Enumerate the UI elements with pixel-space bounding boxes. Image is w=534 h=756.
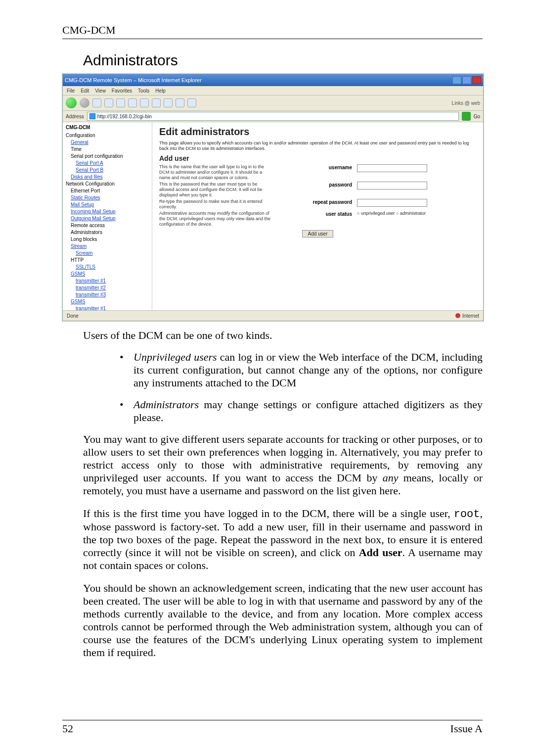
sidebar-link[interactable]: transmitter #2 <box>76 284 149 291</box>
sidebar-item: Network Configuration <box>66 181 149 188</box>
paragraph: You should be shown an acknowledgement s… <box>83 582 483 659</box>
sidebar-link[interactable]: GSMS <box>71 271 149 278</box>
mail-icon[interactable] <box>164 98 173 107</box>
sidebar-link[interactable]: Outgoing Mail Setup <box>71 215 149 222</box>
sidebar-link[interactable]: GSMS <box>71 298 149 305</box>
field-desc: This is the name that the user will type… <box>159 164 273 181</box>
repeat-password-input[interactable] <box>357 199 427 207</box>
sidebar-item-current: Administrators <box>71 229 149 236</box>
field-desc: Administrative accounts may modify the c… <box>159 211 273 227</box>
username-input[interactable] <box>357 164 427 172</box>
address-input[interactable]: http://192.168.0.2/cgi-bin <box>87 112 459 121</box>
forward-icon[interactable] <box>80 98 89 108</box>
page-heading: Edit administrators <box>159 126 476 138</box>
sidebar-item: Serial port configuration <box>71 153 149 160</box>
toolbar-links: Links @ web <box>452 100 480 106</box>
menu-item[interactable]: View <box>95 88 106 94</box>
menu-item[interactable]: Edit <box>81 88 89 94</box>
main-panel: Edit administrators This page allows you… <box>152 122 483 312</box>
menu-item[interactable]: File <box>67 88 75 94</box>
bullet-item: Administrators may change settings or co… <box>120 398 483 424</box>
back-icon[interactable] <box>66 97 77 108</box>
window-titlebar: CMG-DCM Remote System – Microsoft Intern… <box>63 74 483 86</box>
browser-screenshot: CMG-DCM Remote System – Microsoft Intern… <box>62 74 484 321</box>
field-label: repeat password <box>278 199 352 205</box>
issue-label: Issue A <box>450 722 483 735</box>
sidebar-link[interactable]: Serial Port B <box>76 167 149 174</box>
go-button[interactable] <box>462 112 471 121</box>
home-icon[interactable] <box>116 98 125 107</box>
sidebar-link[interactable]: Incoming Mail Setup <box>71 208 149 215</box>
field-desc: Re-type the password to make sure that i… <box>159 199 273 210</box>
bullet-em: Unprivileged users <box>134 351 217 363</box>
bullet-item: Unprivileged users can log in or view th… <box>120 351 483 389</box>
user-status-options[interactable]: ○ unprivileged user ○ administrator <box>357 211 426 216</box>
edit-icon[interactable] <box>187 98 196 107</box>
sidebar-link[interactable]: General <box>71 139 149 146</box>
field-label: password <box>278 182 352 188</box>
menu-item[interactable]: Favorites <box>112 88 132 94</box>
intro-line: Users of the DCM can be one of two kinds… <box>83 329 483 342</box>
sidebar-link[interactable]: transmitter #1 <box>76 278 149 284</box>
window-close-icon[interactable] <box>472 76 481 84</box>
address-label: Address <box>66 114 84 119</box>
page-intro: This page allows you to specify which ac… <box>159 141 476 151</box>
toolbar: Links @ web <box>63 95 483 111</box>
window-minimize-icon[interactable] <box>452 76 461 84</box>
refresh-icon[interactable] <box>104 98 113 107</box>
go-label: Go <box>474 114 480 119</box>
address-value: http://192.168.0.2/cgi-bin <box>97 114 152 119</box>
menu-item[interactable]: Tools <box>138 88 149 94</box>
sidebar-root: CMG-DCM <box>66 124 149 131</box>
print-icon[interactable] <box>176 98 184 107</box>
menubar: File Edit View Favorites Tools Help <box>63 86 483 95</box>
menu-item[interactable]: Help <box>155 88 166 94</box>
paragraph: You may want to give different users sep… <box>83 433 483 497</box>
history-icon[interactable] <box>152 98 161 107</box>
sidebar-item: Ethernet Port <box>71 188 149 194</box>
password-input[interactable] <box>357 182 427 189</box>
search-icon[interactable] <box>128 98 137 107</box>
sidebar-link[interactable]: Scream <box>76 250 149 257</box>
sidebar-item: Long blocks <box>71 236 149 243</box>
sidebar-link[interactable]: Mail Setup <box>71 201 149 208</box>
page-number: 52 <box>62 722 73 735</box>
window-title: CMG-DCM Remote System – Microsoft Intern… <box>65 77 202 83</box>
section-heading: Administrators <box>83 52 483 69</box>
field-label: username <box>278 164 352 170</box>
sidebar-link[interactable]: transmitter #3 <box>76 291 149 298</box>
sidebar-link[interactable]: Serial Port A <box>76 160 149 167</box>
bullet-em: Administrators <box>134 398 199 411</box>
sidebar-link[interactable]: Static Routes <box>71 194 149 201</box>
sidebar-link[interactable]: SSL/TLS <box>76 264 149 271</box>
window-maximize-icon[interactable] <box>462 76 471 84</box>
paragraph: If this is the first time you have logge… <box>83 507 483 572</box>
nav-sidebar: CMG-DCM Configuration General Time Seria… <box>63 122 152 312</box>
field-desc: This is the password that the user must … <box>159 182 273 198</box>
sidebar-link[interactable]: Stream <box>71 243 149 250</box>
form-heading: Add user <box>159 154 476 162</box>
sidebar-item: Remote access <box>71 222 149 229</box>
sidebar-item: Configuration <box>66 132 149 139</box>
zone-icon <box>455 313 460 318</box>
sidebar-item: Time <box>71 146 149 153</box>
running-head: CMG-DCM <box>62 24 116 36</box>
field-label: user status <box>278 211 352 217</box>
favorites-icon[interactable] <box>140 98 149 107</box>
address-bar: Address http://192.168.0.2/cgi-bin Go <box>63 111 483 122</box>
stop-icon[interactable] <box>92 98 101 107</box>
status-left: Done <box>67 313 79 319</box>
page-icon <box>89 113 95 119</box>
sidebar-item: HTTP <box>71 257 149 264</box>
sidebar-link[interactable]: Disks and files <box>71 174 149 181</box>
add-user-button[interactable]: Add user <box>302 230 333 237</box>
status-bar: Done Internet <box>63 310 483 321</box>
status-right: Internet <box>462 313 479 319</box>
